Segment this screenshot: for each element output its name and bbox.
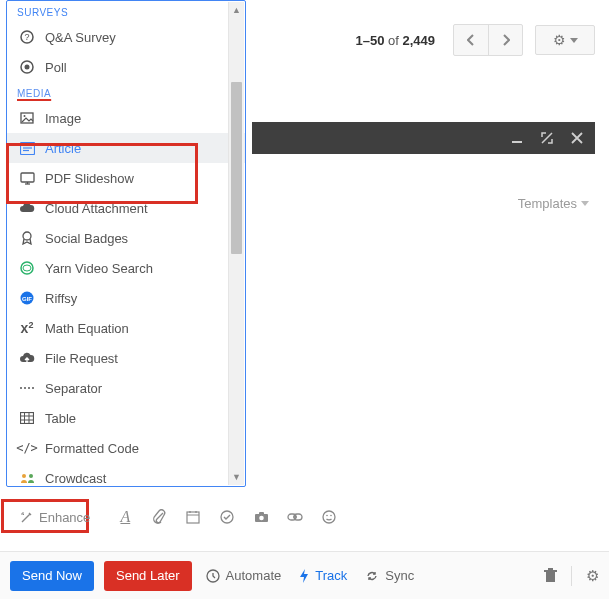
menu-item-label: Cloud Attachment: [45, 201, 148, 216]
menu-item-file-request[interactable]: File Request: [7, 343, 245, 373]
compose-titlebar: [252, 122, 595, 154]
minimize-button[interactable]: [511, 132, 523, 144]
equation-icon: x2: [19, 320, 35, 336]
menu-item-riffsy[interactable]: GIF Riffsy: [7, 283, 245, 313]
menu-item-label: Q&A Survey: [45, 30, 116, 45]
templates-dropdown[interactable]: Templates: [518, 196, 589, 211]
send-now-button[interactable]: Send Now: [10, 561, 94, 591]
gear-icon: ⚙: [553, 32, 566, 48]
button-label: Send Now: [22, 568, 82, 583]
format-text-button[interactable]: A: [116, 508, 134, 526]
prev-button[interactable]: [454, 25, 488, 55]
scroll-thumb[interactable]: [231, 82, 242, 254]
separator-icon: [19, 383, 35, 393]
cloud-upload-icon: [19, 352, 35, 364]
article-icon: [19, 142, 35, 155]
close-button[interactable]: [571, 132, 583, 144]
camera-button[interactable]: [252, 511, 270, 523]
task-button[interactable]: [218, 510, 236, 524]
menu-item-formatted-code[interactable]: </> Formatted Code: [7, 433, 245, 463]
right-icons: ⚙: [544, 566, 599, 586]
menu-item-crowdcast[interactable]: Crowdcast: [7, 463, 245, 486]
svg-rect-43: [548, 568, 553, 570]
svg-point-14: [23, 232, 31, 240]
count-of: of: [388, 33, 399, 48]
calendar-button[interactable]: [184, 510, 202, 524]
image-icon: [19, 111, 35, 125]
link-label: Sync: [385, 568, 414, 583]
gif-icon: GIF: [19, 291, 35, 305]
menu-item-label: Yarn Video Search: [45, 261, 153, 276]
enhance-label: Enhance: [39, 510, 90, 525]
delete-button[interactable]: [544, 568, 557, 583]
link-button[interactable]: [286, 512, 304, 522]
templates-label: Templates: [518, 196, 577, 211]
expand-icon: [541, 132, 553, 144]
menu-item-qa-survey[interactable]: ? Q&A Survey: [7, 22, 245, 52]
pager: [453, 24, 523, 56]
check-circle-icon: [220, 510, 234, 524]
minimize-icon: [511, 132, 523, 144]
group-label-surveys: SURVEYS: [7, 1, 245, 22]
emoji-button[interactable]: [320, 510, 338, 524]
menu-item-separator[interactable]: Separator: [7, 373, 245, 403]
menu-item-label: Math Equation: [45, 321, 129, 336]
menu-item-label: Separator: [45, 381, 102, 396]
svg-rect-19: [21, 413, 34, 424]
svg-rect-11: [21, 173, 34, 182]
enhance-button[interactable]: Enhance: [10, 505, 100, 530]
gear-icon: ⚙: [586, 567, 599, 584]
svg-point-39: [331, 515, 333, 517]
svg-point-37: [323, 511, 335, 523]
badge-icon: [19, 231, 35, 245]
format-toolbar: Enhance A: [6, 503, 595, 531]
more-settings-button[interactable]: ⚙: [586, 567, 599, 585]
settings-button[interactable]: ⚙: [535, 25, 595, 55]
code-icon: </>: [19, 441, 35, 455]
track-button[interactable]: Track: [295, 568, 351, 583]
trash-icon: [544, 568, 557, 583]
menu-item-yarn-video-search[interactable]: Yarn Video Search: [7, 253, 245, 283]
svg-rect-26: [187, 512, 199, 523]
menu-item-label: Social Badges: [45, 231, 128, 246]
chevron-right-icon: [502, 34, 510, 46]
expand-button[interactable]: [541, 132, 553, 144]
clock-icon: [206, 569, 220, 583]
send-later-button[interactable]: Send Later: [104, 561, 192, 591]
panel-scrollbar[interactable]: ▲ ▼: [228, 2, 244, 485]
menu-item-image[interactable]: Image: [7, 103, 245, 133]
menu-item-cloud-attachment[interactable]: Cloud Attachment: [7, 193, 245, 223]
scroll-up-icon: ▲: [229, 2, 244, 18]
menu-item-label: Formatted Code: [45, 441, 139, 456]
camera-icon: [254, 511, 269, 523]
menu-item-table[interactable]: Table: [7, 403, 245, 433]
next-button[interactable]: [488, 25, 522, 55]
menu-item-label: File Request: [45, 351, 118, 366]
menu-item-pdf-slideshow[interactable]: PDF Slideshow: [7, 163, 245, 193]
svg-rect-35: [259, 512, 264, 515]
action-bar: Send Now Send Later Automate Track Sync …: [0, 551, 609, 599]
paperclip-icon: [152, 509, 166, 525]
separator: [571, 566, 572, 586]
menu-item-label: Poll: [45, 60, 67, 75]
attach-button[interactable]: [150, 509, 168, 525]
svg-rect-41: [546, 572, 555, 582]
menu-item-label: Article: [45, 141, 81, 156]
automate-button[interactable]: Automate: [202, 568, 286, 583]
yarn-icon: [19, 261, 35, 275]
menu-item-math-equation[interactable]: x2 Math Equation: [7, 313, 245, 343]
menu-item-poll[interactable]: Poll: [7, 52, 245, 82]
sync-button[interactable]: Sync: [361, 568, 418, 583]
menu-item-label: Crowdcast: [45, 471, 106, 486]
svg-text:?: ?: [24, 32, 29, 42]
group-label-media: MEDIA: [7, 82, 245, 103]
menu-item-article[interactable]: Article: [7, 133, 245, 163]
count-total: 2,449: [402, 33, 435, 48]
link-label: Automate: [226, 568, 282, 583]
bolt-icon: [299, 569, 309, 583]
svg-rect-42: [544, 570, 557, 572]
menu-item-label: Image: [45, 111, 81, 126]
menu-item-social-badges[interactable]: Social Badges: [7, 223, 245, 253]
top-bar: 1–50 of 2,449 ⚙: [355, 24, 595, 56]
caret-down-icon: [581, 201, 589, 206]
